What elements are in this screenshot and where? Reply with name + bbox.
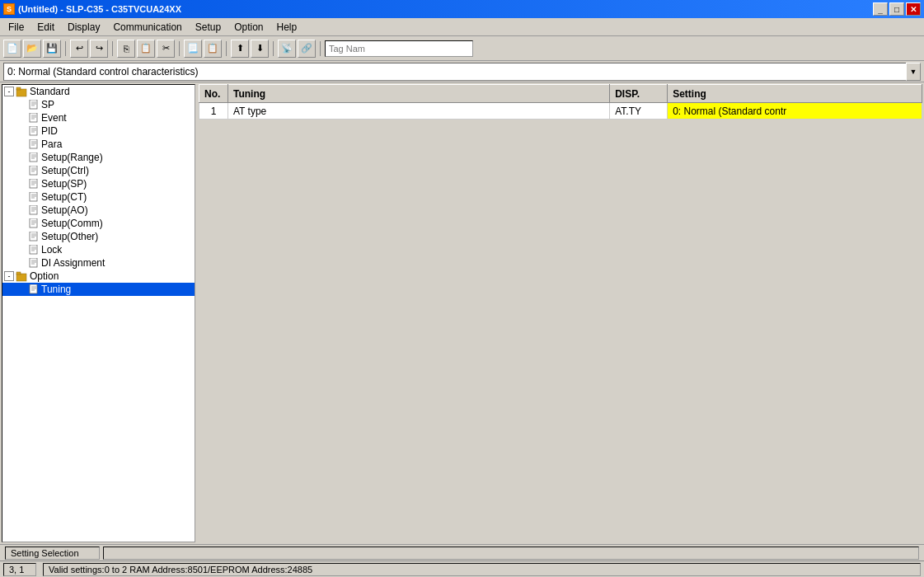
tree-item-tuning[interactable]: Tuning	[2, 283, 195, 296]
toolbar-comm1[interactable]: 📡	[278, 40, 296, 58]
bottom-cursor: 3, 1	[3, 563, 36, 576]
menu-setup[interactable]: Setup	[189, 18, 227, 35]
tree-item-event[interactable]: Event	[2, 111, 195, 124]
dropdown-value: 0: Normal (Standard control characterist…	[7, 66, 198, 77]
cell-tuning: AT type	[228, 103, 610, 120]
status-section-left: Setting Selection	[5, 547, 100, 560]
svg-rect-46	[30, 245, 37, 254]
toolbar-sep2	[112, 41, 113, 56]
menu-file[interactable]: File	[2, 18, 30, 35]
status-section-right	[103, 547, 919, 560]
doc-icon-event	[29, 113, 39, 123]
svg-rect-55	[16, 272, 21, 274]
maximize-button[interactable]: □	[889, 2, 904, 16]
tree-label-setup-ao: Setup(AO)	[41, 204, 88, 216]
window-title: (Untitled) - SLP-C35 - C35TVCUA24XX	[18, 4, 181, 14]
tree-item-lock[interactable]: Lock	[2, 243, 195, 256]
doc-icon-setup-ao	[29, 205, 39, 215]
toolbar-new[interactable]: 📄	[3, 40, 21, 58]
toolbar-copy[interactable]: ⎘	[117, 40, 135, 58]
tree-label-standard: Standard	[30, 86, 70, 97]
doc-icon-setup-other	[29, 232, 39, 242]
doc-icon-tuning	[29, 284, 39, 294]
svg-rect-0	[16, 89, 26, 96]
cursor-pos: 3, 1	[9, 565, 24, 575]
tree-item-setup-other[interactable]: Setup(Other)	[2, 230, 195, 243]
doc-icon-setup-range	[29, 152, 39, 162]
tree-item-pid[interactable]: PID	[2, 124, 195, 138]
expand-standard[interactable]: -	[4, 87, 14, 96]
menu-display[interactable]: Display	[61, 18, 106, 35]
tree-item-para[interactable]: Para	[2, 138, 195, 151]
tree-item-sp[interactable]: SP	[2, 98, 195, 111]
doc-icon-di	[29, 258, 39, 268]
table-panel: No. Tuning DISP. Setting 1 AT type AT.TY…	[199, 84, 922, 542]
toolbar-undo[interactable]: ↩	[70, 40, 88, 58]
tree-label-tuning: Tuning	[41, 284, 71, 295]
svg-rect-30	[30, 192, 37, 201]
tag-name-input[interactable]	[325, 40, 473, 57]
tree-item-option[interactable]: - Option	[2, 270, 195, 283]
cell-disp: AT.TY	[610, 103, 668, 120]
tree-item-setup-range[interactable]: Setup(Range)	[2, 151, 195, 164]
tree-item-setup-comm[interactable]: Setup(Comm)	[2, 217, 195, 230]
toolbar-redo[interactable]: ↪	[90, 40, 108, 58]
expand-option[interactable]: -	[4, 271, 14, 281]
toolbar-btn5[interactable]: 📃	[184, 40, 202, 58]
toolbar-paste[interactable]: 📋	[137, 40, 155, 58]
toolbar-down[interactable]: ⬇	[251, 40, 269, 58]
svg-rect-14	[30, 139, 37, 148]
app-icon: S	[3, 3, 15, 15]
svg-rect-26	[30, 179, 37, 188]
bottom-bar: 3, 1 Valid settings:0 to 2 RAM Address:8…	[0, 561, 924, 577]
menu-communication[interactable]: Communication	[106, 18, 188, 35]
toolbar: 📄 📂 💾 ↩ ↪ ⎘ 📋 ✂ 📃 📋 ⬆ ⬇ 📡 🔗	[0, 36, 924, 61]
toolbar-cut[interactable]: ✂	[157, 40, 175, 58]
minimize-button[interactable]: _	[873, 2, 888, 16]
tree-item-standard[interactable]: - Standard	[2, 85, 195, 98]
toolbar-sep3	[179, 41, 180, 56]
toolbar-sep6	[320, 41, 321, 56]
toolbar-up[interactable]: ⬆	[231, 40, 249, 58]
tree-item-setup-sp[interactable]: Setup(SP)	[2, 177, 195, 190]
dropdown-arrow[interactable]: ▼	[906, 63, 921, 81]
table-row[interactable]: 1 AT type AT.TY 0: Normal (Standard cont…	[199, 103, 922, 120]
data-table: No. Tuning DISP. Setting 1 AT type AT.TY…	[199, 84, 922, 120]
tree-item-setup-ao[interactable]: Setup(AO)	[2, 204, 195, 217]
bottom-info: Valid settings:0 to 2 RAM Address:8501/E…	[43, 563, 921, 576]
toolbar-comm2[interactable]: 🔗	[298, 40, 316, 58]
svg-rect-2	[30, 100, 37, 109]
menu-edit[interactable]: Edit	[30, 18, 61, 35]
toolbar-btn6[interactable]: 📋	[204, 40, 222, 58]
tree-label-lock: Lock	[41, 244, 62, 256]
tree-item-setup-ctrl[interactable]: Setup(Ctrl)	[2, 164, 195, 177]
status-bar: Setting Selection	[0, 544, 924, 561]
col-header-tuning: Tuning	[228, 85, 610, 103]
svg-rect-56	[30, 284, 37, 293]
toolbar-sep5	[273, 41, 274, 56]
status-label: Setting Selection	[11, 548, 79, 558]
tree-label-setup-comm: Setup(Comm)	[41, 218, 103, 229]
title-bar: S (Untitled) - SLP-C35 - C35TVCUA24XX _ …	[0, 0, 924, 18]
doc-icon-setup-comm	[29, 218, 39, 228]
doc-icon-setup-ct	[29, 192, 39, 202]
svg-rect-6	[30, 113, 37, 122]
cell-setting[interactable]: 0: Normal (Standard contr	[668, 103, 922, 120]
doc-icon-setup-sp	[29, 179, 39, 189]
tree-label-para: Para	[41, 138, 62, 150]
doc-icon-sp	[29, 100, 39, 110]
main-content: - Standard SP	[0, 82, 924, 544]
table-container: No. Tuning DISP. Setting 1 AT type AT.TY…	[199, 84, 922, 542]
col-header-setting: Setting	[668, 85, 922, 103]
menu-option[interactable]: Option	[227, 18, 270, 35]
title-bar-left: S (Untitled) - SLP-C35 - C35TVCUA24XX	[3, 3, 181, 15]
folder-icon	[16, 86, 27, 97]
menu-help[interactable]: Help	[270, 18, 303, 35]
toolbar-save[interactable]: 💾	[43, 40, 61, 58]
svg-rect-34	[30, 205, 37, 214]
title-bar-buttons: _ □ ✕	[873, 2, 921, 16]
close-button[interactable]: ✕	[906, 2, 921, 16]
tree-item-di-assignment[interactable]: DI Assignment	[2, 256, 195, 270]
tree-item-setup-ct[interactable]: Setup(CT)	[2, 190, 195, 204]
toolbar-open[interactable]: 📂	[23, 40, 41, 58]
